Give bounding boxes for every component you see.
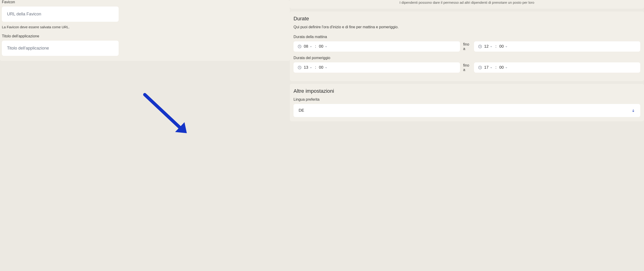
chevron-down-icon	[310, 45, 312, 48]
clock-icon	[478, 45, 482, 48]
morning-end-hour-select[interactable]: 12	[484, 44, 493, 49]
chevron-down-icon	[490, 45, 492, 48]
time-colon: :	[314, 65, 317, 70]
time-separator-label: fino a	[463, 63, 471, 72]
morning-end-min-select[interactable]: 00	[499, 44, 508, 49]
morning-end-time-picker[interactable]: 12 : 00	[474, 41, 640, 52]
afternoon-duration-label: Durata del pomeriggio	[294, 56, 640, 60]
chevron-down-icon	[325, 45, 327, 48]
chevron-down-icon	[310, 66, 312, 69]
time-colon: :	[314, 44, 317, 49]
time-colon: :	[495, 65, 497, 70]
language-label: Lingua preferita	[294, 97, 640, 102]
app-title-input[interactable]	[2, 41, 118, 56]
app-title-label: Titolo dell'applicazione	[2, 34, 288, 38]
afternoon-end-hour-select[interactable]: 17	[484, 65, 493, 70]
favicon-help-text: La Favicon deve essere salvata come URL.	[2, 25, 288, 29]
clock-icon	[298, 45, 302, 48]
afternoon-start-hour-select[interactable]: 13	[304, 65, 312, 70]
durations-description: Qui puoi definire l'ora d'inizio e di fi…	[294, 25, 640, 29]
permission-description: I dipendenti possono dare il permesso ad…	[294, 0, 640, 5]
clock-icon	[298, 66, 302, 69]
afternoon-end-min-select[interactable]: 00	[499, 65, 508, 70]
arrow-down-icon	[632, 109, 635, 112]
afternoon-end-time-picker[interactable]: 17 : 00	[474, 62, 640, 73]
morning-start-hour-select[interactable]: 08	[304, 44, 312, 49]
afternoon-start-min-select[interactable]: 00	[319, 65, 327, 70]
favicon-label: Favicon	[2, 0, 288, 4]
time-colon: :	[495, 44, 497, 49]
time-separator-label: fino a	[463, 42, 471, 51]
morning-start-min-select[interactable]: 00	[319, 44, 327, 49]
language-select[interactable]: DE	[294, 104, 640, 117]
other-settings-panel: Altre impostazioni Lingua preferita DE	[290, 84, 644, 121]
clock-icon	[478, 66, 482, 69]
chevron-down-icon	[505, 45, 508, 48]
afternoon-start-time-picker[interactable]: 13 : 00	[294, 62, 460, 73]
favicon-url-input[interactable]	[2, 7, 118, 22]
chevron-down-icon	[505, 66, 508, 69]
language-value: DE	[299, 108, 304, 113]
other-settings-title: Altre impostazioni	[294, 88, 640, 94]
durations-title: Durate	[294, 16, 640, 22]
morning-start-time-picker[interactable]: 08 : 00	[294, 41, 460, 52]
chevron-down-icon	[325, 66, 327, 69]
morning-duration-label: Durata della mattina	[294, 35, 640, 39]
chevron-down-icon	[490, 66, 492, 69]
durations-panel: Durate Qui puoi definire l'ora d'inizio …	[290, 12, 644, 81]
